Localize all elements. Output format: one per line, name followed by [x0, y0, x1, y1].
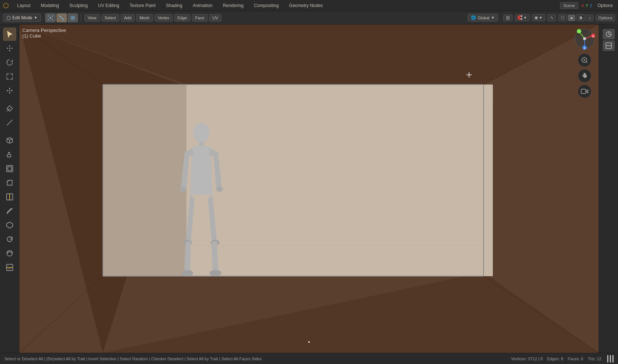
edge-select-btn[interactable]: [56, 13, 67, 22]
add-menu[interactable]: Add: [121, 14, 135, 22]
z-axis-label: Z: [590, 3, 592, 8]
options-btn[interactable]: Options: [596, 14, 615, 21]
smooth-tool[interactable]: [3, 247, 16, 260]
y-axis-label: Y: [586, 3, 588, 8]
menu-layout[interactable]: Layout: [15, 2, 33, 9]
separator-1: [81, 14, 81, 22]
mesh-menu[interactable]: Mesh: [136, 14, 153, 22]
status-right: [607, 355, 614, 363]
svg-rect-17: [8, 167, 12, 170]
rendered-shading-btn[interactable]: ○: [586, 14, 593, 21]
shading-type-buttons: [603, 29, 615, 51]
menu-rendering[interactable]: Rendering: [221, 2, 245, 9]
svg-point-51: [308, 341, 310, 343]
snapping-btn[interactable]: 🧲 ▼: [515, 14, 530, 21]
menu-texture-paint[interactable]: Texture Paint: [127, 2, 158, 9]
left-sidebar: [0, 25, 19, 353]
mode-selector[interactable]: ⬡ Edit Mode ▼: [3, 14, 41, 22]
menu-options[interactable]: Options: [595, 2, 615, 9]
blender-logo[interactable]: ⬡: [3, 1, 9, 10]
svg-rect-10: [7, 90, 8, 91]
faces-count: Faces: 6: [568, 357, 583, 361]
menu-modeling[interactable]: Modeling: [39, 2, 61, 9]
edge-menu[interactable]: Edge: [174, 14, 191, 22]
vertex-menu[interactable]: Vertex: [154, 14, 173, 22]
top-menu-bar: ⬡ Layout Modeling Sculpting UV Editing T…: [0, 0, 618, 11]
view-menu[interactable]: View: [84, 14, 100, 22]
select-menu[interactable]: Select: [101, 14, 120, 22]
menu-shading[interactable]: Shading: [164, 2, 185, 9]
menu-compositing[interactable]: Compositing: [252, 2, 281, 9]
edge-slide-tool[interactable]: [3, 261, 16, 274]
status-counts: Vertices: 3712 | 8 Edges: 8 Faces: 6 Tri…: [511, 357, 601, 361]
spin-tool[interactable]: [3, 233, 16, 246]
menu-animation[interactable]: Animation: [191, 2, 215, 9]
vp-shading-controls: [603, 27, 615, 51]
shading-buttons: ⬡ ● ◑ ○: [558, 14, 593, 21]
svg-point-14: [9, 90, 10, 91]
perspective-lines: [19, 25, 599, 353]
svg-point-0: [50, 17, 51, 19]
overlay-btn[interactable]: ∿: [547, 14, 556, 21]
global-label: Global: [478, 16, 489, 20]
extrude-tool[interactable]: [3, 148, 16, 161]
status-indicator: [607, 355, 608, 363]
svg-point-48: [209, 270, 221, 276]
viewport-zoom-control[interactable]: [578, 53, 591, 67]
menu-uv-editing[interactable]: UV Editing: [96, 2, 121, 9]
mode-label: Edit Mode: [12, 15, 32, 20]
viewport[interactable]: Camera Perspective (1) Cube Y: [19, 25, 599, 353]
svg-point-7: [63, 19, 64, 20]
inset-tool[interactable]: [3, 162, 16, 175]
material-preview-btn[interactable]: ◑: [576, 14, 585, 21]
add-cube-tool[interactable]: [3, 134, 16, 147]
uv-menu[interactable]: UV: [209, 14, 221, 22]
status-indicator-2: [610, 355, 611, 363]
viewport-shading-overlay-btn[interactable]: [603, 29, 615, 39]
measure-tool[interactable]: [3, 116, 16, 129]
menu-geometry-nodes[interactable]: Geometry Nodes: [287, 2, 325, 9]
face-menu[interactable]: Face: [192, 14, 208, 22]
svg-text:Y: Y: [578, 30, 580, 33]
bevel-tool[interactable]: [3, 176, 16, 189]
svg-rect-11: [9, 88, 10, 89]
transform-orientations-btn[interactable]: ⛓: [503, 14, 513, 21]
move-tool[interactable]: [3, 42, 16, 55]
svg-point-47: [181, 270, 193, 276]
global-transform-dropdown[interactable]: 🌐 Global ▼: [468, 14, 498, 22]
mesh-select-buttons: [45, 13, 78, 22]
svg-point-43: [180, 186, 186, 192]
wireframe-shading-btn[interactable]: ⬡: [558, 14, 567, 21]
solid-shading-btn[interactable]: ●: [568, 14, 576, 21]
svg-text:Z: Z: [584, 46, 586, 50]
prop-dropdown-arrow: ▼: [539, 16, 543, 20]
viewport-toggle-btn[interactable]: [603, 40, 615, 51]
svg-point-3: [48, 19, 49, 20]
svg-line-5: [60, 16, 64, 20]
svg-point-6: [59, 15, 60, 16]
vertex-select-btn[interactable]: [45, 13, 56, 22]
poly-build-tool[interactable]: [3, 218, 16, 232]
loop-cut-tool[interactable]: [3, 190, 16, 204]
annotate-tool[interactable]: [3, 102, 16, 115]
tool-separator-1: [1, 98, 17, 101]
svg-rect-12: [11, 90, 12, 91]
viewport-pan-control[interactable]: [578, 69, 591, 82]
face-select-btn[interactable]: [68, 13, 78, 22]
global-icon: 🌐: [471, 15, 476, 20]
transform-tool[interactable]: [3, 84, 16, 97]
status-bar: Select or Deselect All | (De)select All …: [0, 353, 618, 364]
svg-point-2: [52, 15, 53, 16]
viewport-camera-control[interactable]: [578, 85, 591, 98]
svg-rect-67: [581, 89, 586, 94]
menu-sculpting[interactable]: Sculpting: [67, 2, 90, 9]
knife-tool[interactable]: [3, 204, 16, 218]
scale-tool[interactable]: [3, 70, 16, 83]
rotate-tool[interactable]: [3, 56, 16, 69]
cursor-select-tool[interactable]: [3, 27, 16, 41]
axis-gizmo[interactable]: Y X Z: [573, 27, 596, 50]
scene-name-field[interactable]: Scene: [560, 2, 578, 9]
global-dropdown-arrow: ▼: [491, 16, 495, 20]
proportional-editing-btn[interactable]: ◉ ▼: [532, 14, 545, 21]
svg-point-9: [9, 48, 10, 49]
